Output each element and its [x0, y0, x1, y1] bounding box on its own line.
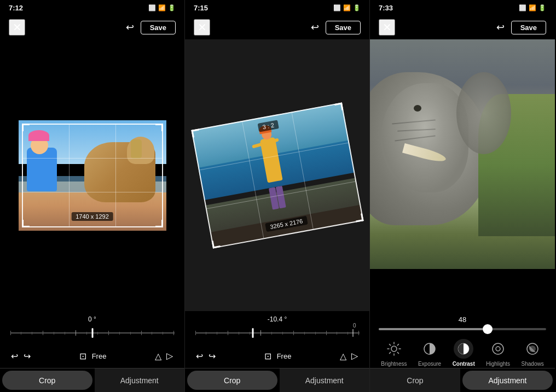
save-button-1[interactable]: Save [141, 21, 176, 34]
battery-icon-2: 🔋 [353, 4, 361, 11]
aspect-icon-2[interactable]: ⊡ [264, 351, 271, 361]
wifi-icon-3: 📶 [529, 4, 536, 11]
wifi-icon-1: 📶 [158, 4, 166, 11]
battery-icon-3: 🔋 [538, 4, 546, 11]
flip-h-icon-2[interactable]: △ [340, 351, 346, 361]
brightness-icon [387, 342, 401, 356]
svg-line-5 [389, 344, 390, 346]
tools-bar-1: ↩ ↪ ⊡ Free △ △ [0, 344, 184, 368]
undo-redo-group-1: ↩ ↪ [11, 351, 31, 361]
brightness-slider-row-3 [370, 328, 555, 330]
history-button-2[interactable]: ↩ [311, 21, 319, 33]
undo-button-2[interactable]: ↩ [196, 351, 203, 361]
phone-panel-1: 7:12 ⬜ 📶 🔋 ✕ ↩ Save [0, 0, 185, 392]
top-bar-right-3: ↩ Save [496, 21, 546, 34]
top-bar-3: ✕ ↩ Save [370, 15, 555, 39]
svg-point-0 [391, 346, 397, 352]
portrait-icon-2: ⬜ [333, 4, 341, 11]
shadows-icon [525, 342, 540, 356]
save-button-2[interactable]: Save [326, 21, 361, 34]
tab-crop-1[interactable]: Crop [2, 371, 92, 390]
contrast-label: Contrast [453, 361, 475, 367]
exposure-icon [422, 342, 437, 356]
status-bar-1: 7:12 ⬜ 📶 🔋 [0, 0, 184, 15]
rotation-value-2: -10.4 ° [268, 315, 287, 323]
svg-point-11 [493, 343, 503, 354]
brightness-slider-3[interactable] [379, 328, 546, 330]
flip-group-2: △ △ [340, 351, 358, 361]
status-time-1: 7:12 [9, 4, 23, 12]
portrait-icon-3: ⬜ [519, 4, 526, 11]
top-bar-right-1: ↩ Save [126, 21, 176, 34]
free-label-2: Free [277, 352, 292, 360]
bottom-tabs-3: Crop Adjustment [370, 368, 555, 392]
close-button-2[interactable]: ✕ [194, 19, 210, 36]
crop-container-1[interactable]: 1740 x 1292 [19, 120, 166, 231]
portrait-icon-1: ⬜ [148, 4, 156, 11]
adj-highlights[interactable]: Highlights [486, 339, 510, 367]
flip-v-icon-1[interactable]: △ [165, 353, 175, 359]
shadows-label: Shadows [522, 361, 544, 367]
rotation-thumb-2 [252, 328, 253, 338]
rotation-area-1: 0 ° [0, 311, 184, 344]
adj-contrast[interactable]: Contrast [453, 339, 475, 367]
redo-button-1[interactable]: ↪ [24, 351, 31, 361]
status-icons-3: ⬜ 📶 🔋 [519, 4, 546, 11]
svg-line-8 [389, 352, 390, 353]
rotation-slider-2[interactable]: 0 [195, 326, 360, 340]
svg-point-12 [496, 347, 500, 351]
save-button-3[interactable]: Save [511, 21, 546, 34]
exposure-label: Exposure [418, 361, 441, 367]
undo-button-1[interactable]: ↩ [11, 351, 18, 361]
phone-panel-2: 7:15 ⬜ 📶 🔋 ✕ ↩ Save [185, 0, 370, 392]
adjustment-icons-row-3: Brightness Exposure Contrast [370, 335, 555, 368]
top-bar-right-2: ↩ Save [311, 21, 361, 34]
tools-bar-2: ↩ ↪ ⊡ Free △ △ [185, 344, 369, 368]
adjustment-value-3: 48 [370, 315, 555, 324]
close-button-3[interactable]: ✕ [379, 19, 395, 36]
adj-brightness[interactable]: Brightness [381, 339, 407, 367]
status-time-2: 7:15 [194, 4, 208, 12]
flip-h-icon-1[interactable]: △ [155, 351, 161, 361]
svg-line-6 [397, 352, 398, 353]
crop-container-2[interactable]: 3 : 2 3265 x 2176 [191, 102, 363, 248]
rotation-area-2: -10.4 ° [185, 311, 369, 344]
image-area-2: 3 : 2 3265 x 2176 [185, 39, 369, 311]
status-icons-1: ⬜ 📶 🔋 [148, 4, 176, 11]
tab-crop-3[interactable]: Crop [370, 368, 460, 392]
tab-adjustment-3[interactable]: Adjustment [462, 371, 553, 390]
tab-adjustment-2[interactable]: Adjustment [280, 368, 370, 392]
contrast-icon [456, 342, 471, 356]
tab-adjustment-1[interactable]: Adjustment [95, 368, 185, 392]
status-bar-3: 7:33 ⬜ 📶 🔋 [370, 0, 555, 15]
status-icons-2: ⬜ 📶 🔋 [333, 4, 361, 11]
highlights-label: Highlights [486, 361, 510, 367]
undo-redo-group-2: ↩ ↪ [196, 351, 216, 361]
highlights-icon [491, 342, 505, 356]
aspect-group-1: ⊡ Free [79, 351, 107, 361]
top-bar-2: ✕ ↩ Save [185, 15, 369, 39]
history-button-3[interactable]: ↩ [496, 21, 505, 33]
bottom-tabs-2: Crop Adjustment [185, 368, 369, 392]
rotation-slider-1[interactable] [10, 326, 175, 340]
aspect-icon-1[interactable]: ⊡ [79, 351, 86, 361]
close-button-1[interactable]: ✕ [9, 19, 25, 36]
redo-button-2[interactable]: ↪ [208, 351, 216, 361]
adj-shadows[interactable]: Shadows [522, 339, 544, 367]
tab-crop-2[interactable]: Crop [187, 371, 277, 390]
image-area-3 [370, 39, 555, 269]
adj-exposure[interactable]: Exposure [418, 339, 441, 367]
image-area-1: 1740 x 1292 [0, 39, 184, 311]
adjustment-tools-3: 48 [370, 269, 555, 335]
brightness-thumb-3 [483, 324, 493, 334]
bottom-tabs-1: Crop Adjustment [0, 368, 184, 392]
rotation-thumb-1 [91, 328, 93, 338]
history-button-1[interactable]: ↩ [126, 21, 134, 33]
status-bar-2: 7:15 ⬜ 📶 🔋 [185, 0, 369, 15]
phone-panel-3: 7:33 ⬜ 📶 🔋 ✕ ↩ Save [370, 0, 555, 392]
flip-group-1: △ △ [155, 351, 173, 361]
status-time-3: 7:33 [379, 4, 393, 12]
aspect-group-2: ⊡ Free [264, 351, 292, 361]
brightness-label: Brightness [381, 361, 407, 367]
flip-v-icon-2[interactable]: △ [350, 353, 360, 359]
